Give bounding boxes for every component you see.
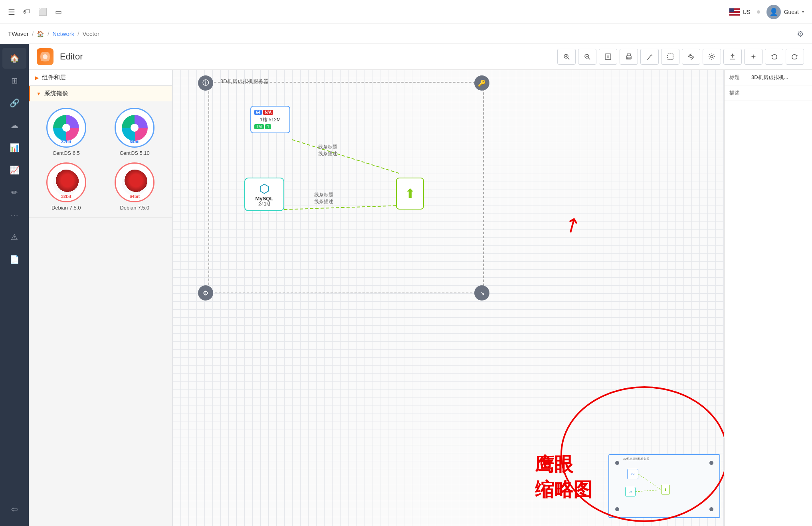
line-label-2: 线条标题 线条描述 <box>314 192 333 205</box>
hamburger-icon[interactable]: ☰ <box>8 7 15 17</box>
svg-line-22 <box>636 490 661 492</box>
vm-bandwidth: 1M 1 <box>254 124 286 129</box>
breadcrumb-network[interactable]: Network <box>52 30 74 37</box>
undo-button[interactable] <box>765 49 783 65</box>
status-dot <box>757 10 760 14</box>
node-gear[interactable]: ⚙ <box>198 285 213 301</box>
line-title-1: 线条标题 <box>318 144 337 150</box>
export-button[interactable] <box>723 49 742 65</box>
breadcrumb-sep1: / <box>32 30 34 37</box>
line-label-1: 线条标题 线条描述 <box>318 144 337 157</box>
sidebar-item-file[interactable]: 📄 <box>2 249 26 270</box>
sidebar-item-warning[interactable]: ⚠ <box>2 227 26 247</box>
sidebar-item-cloud[interactable]: ☁ <box>2 115 26 136</box>
toolbar <box>557 49 804 65</box>
line-desc-2: 线条描述 <box>314 198 333 205</box>
select-button[interactable] <box>661 49 679 65</box>
cloud-icon: ☁ <box>10 121 18 130</box>
svg-line-6 <box>588 58 590 60</box>
breadcrumb: TWaver / 🏠 / Network / Vector <box>8 30 99 38</box>
mysql-label: MySQL <box>248 196 280 202</box>
bit-label: 32bit <box>61 139 71 144</box>
svg-line-21 <box>638 474 661 490</box>
annotation-arrow: ↗ <box>559 211 585 239</box>
bandwidth-count: 1 <box>265 124 271 129</box>
vm-badge-na: N/A <box>263 110 273 115</box>
sidebar-item-network[interactable]: 🔗 <box>2 93 26 113</box>
line-desc-1: 线条描述 <box>318 150 337 157</box>
mysql-size: 240M <box>248 202 280 207</box>
components-label: 组件和层 <box>42 74 66 81</box>
avatar: 👤 <box>766 5 781 19</box>
components-section-header[interactable]: ▶ 组件和层 <box>29 70 172 85</box>
vm-card[interactable]: 64 N/A 1核 512M 1M 1 <box>250 106 290 133</box>
logout-icon: ⇦ <box>11 504 18 514</box>
pen-button[interactable] <box>640 49 659 65</box>
window-icon[interactable]: ▭ <box>55 8 62 16</box>
svg-rect-9 <box>607 55 609 58</box>
prop-title-value: 3D机房虚拟机... <box>751 74 807 81</box>
chevron-right-icon: ▶ <box>35 75 39 81</box>
editor-logo <box>37 48 53 65</box>
annotation-text: 鹰眼缩略图 <box>535 452 592 502</box>
top-navbar: ☰ 🏷 ⬜ ▭ US 👤 Guest ▾ <box>0 0 812 24</box>
editor-title: Editor <box>60 51 83 62</box>
zoom-out-button[interactable] <box>578 49 596 65</box>
transform-button[interactable] <box>682 49 700 65</box>
tag-icon[interactable]: 🏷 <box>23 8 30 16</box>
svg-rect-12 <box>627 57 630 59</box>
expand-icon[interactable]: ⬜ <box>38 8 47 16</box>
list-item[interactable]: 32bit CentOS 6.5 <box>35 108 97 156</box>
node-resize[interactable]: ↘ <box>474 285 489 301</box>
sidebar-item-linechart[interactable]: 📈 <box>2 160 26 180</box>
image-circle-centos-32: 32bit <box>46 108 86 148</box>
sidebar-item-dots[interactable]: ⋯ <box>2 204 26 225</box>
list-item[interactable]: 64bit CentOS 5.10 <box>104 108 166 156</box>
editor-header: Editor <box>29 44 812 70</box>
user-menu[interactable]: 👤 Guest ▾ <box>766 5 804 19</box>
svg-point-18 <box>711 55 713 58</box>
nav-left: ☰ 🏷 ⬜ ▭ <box>8 7 62 17</box>
breadcrumb-home-icon[interactable]: 🏠 <box>37 30 44 38</box>
add-node-button[interactable] <box>744 49 762 65</box>
components-section: ▶ 组件和层 <box>29 70 172 86</box>
sidebar-item-grid[interactable]: ⊞ <box>2 70 26 91</box>
list-item[interactable]: 64bit Debian 7.5.0 <box>104 162 166 211</box>
image-name: CentOS 5.10 <box>120 150 150 156</box>
prop-title-row: 标题 3D机房虚拟机... <box>725 70 812 85</box>
images-label: 系统镜像 <box>44 90 68 97</box>
image-circle-debian-32: 32bit <box>46 162 86 202</box>
mysql-card[interactable]: ⬡ MySQL 240M <box>244 178 284 211</box>
redo-button[interactable] <box>786 49 804 65</box>
canvas-area[interactable]: ⓘ 3D机房虚拟机服务器 🔑 ⚙ ↘ <box>172 70 724 526</box>
node-key[interactable]: 🔑 <box>474 75 489 91</box>
language-selector[interactable]: US <box>729 8 750 16</box>
node-info[interactable]: ⓘ <box>198 75 213 91</box>
user-chevron-icon: ▾ <box>802 10 804 14</box>
fit-button[interactable] <box>599 49 617 65</box>
images-section-header[interactable]: ▼ 系统镜像 <box>29 86 172 101</box>
print-button[interactable] <box>620 49 638 65</box>
zoom-in-button[interactable] <box>557 49 576 65</box>
vm-spec: 1核 512M <box>254 117 286 123</box>
username: Guest <box>784 9 799 15</box>
content-area: Editor <box>29 44 812 526</box>
sidebar-item-edit[interactable]: ✏ <box>2 182 26 203</box>
panel-layout: ▶ 组件和层 ▼ 系统镜像 <box>29 70 812 526</box>
canvas-container: ⓘ 3D机房虚拟机服务器 🔑 ⚙ ↘ <box>172 70 724 526</box>
image-grid: 32bit CentOS 6.5 64bit <box>29 101 172 217</box>
language-label: US <box>743 9 750 15</box>
home-icon: 🏠 <box>10 53 20 63</box>
settings-gear-icon[interactable]: ⚙ <box>797 29 804 39</box>
sidebar-item-logout[interactable]: ⇦ <box>2 499 26 520</box>
sidebar-item-chart[interactable]: 📊 <box>2 137 26 158</box>
bit-label: 64bit <box>129 194 140 199</box>
list-item[interactable]: 32bit Debian 7.5.0 <box>35 162 97 211</box>
image-circle-centos-64: 64bit <box>115 108 154 148</box>
image-name: Debian 7.5.0 <box>120 205 149 211</box>
properties-panel: 标题 3D机房虚拟机... 描述 <box>724 70 812 526</box>
settings-button[interactable] <box>703 49 721 65</box>
sidebar-item-home[interactable]: 🏠 <box>2 48 26 69</box>
prop-title-label: 标题 <box>729 74 751 81</box>
upload-node[interactable]: ⬆ <box>396 178 424 210</box>
